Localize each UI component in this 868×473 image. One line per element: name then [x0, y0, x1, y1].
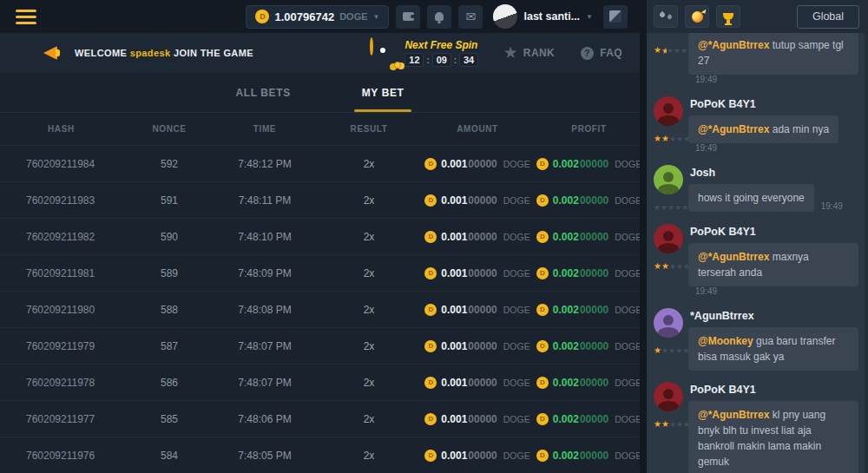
chat-avatar[interactable]	[654, 224, 683, 253]
chat-message: ★★★★★PoPoK B4Y1@*AgunBtrrex maxnya terse…	[654, 224, 861, 297]
bet-row[interactable]: 7602092119845927:48:12 PM2xD0.00100000DO…	[0, 145, 640, 181]
doge-coin-icon: D	[424, 450, 437, 462]
fireball-button[interactable]	[685, 5, 709, 28]
messages-button[interactable]: ✉	[458, 5, 483, 29]
bet-profit: D0.00200000DOGE	[538, 267, 640, 279]
faq-label: FAQ	[600, 47, 622, 59]
menu-icon[interactable]	[16, 10, 36, 24]
chat-username[interactable]: PoPoK B4Y1	[690, 98, 861, 110]
bet-time: 7:48:12 PM	[208, 158, 321, 170]
timer-minutes: 09	[432, 53, 451, 67]
bet-profit: D0.00200000DOGE	[538, 194, 640, 207]
doge-coin-icon: D	[424, 377, 437, 389]
bet-time: 7:48:10 PM	[208, 231, 321, 243]
mention-link[interactable]: @*AgunBtrrex	[698, 39, 769, 51]
free-spin-widget[interactable]: Next Free Spin 12 : 09 : 34	[370, 39, 478, 67]
bet-row[interactable]: 7602092119765847:48:05 PM2xD0.00100000DO…	[0, 437, 640, 473]
mention-link[interactable]: @*AgunBtrrex	[698, 251, 769, 263]
chat-username[interactable]: *AgunBtrrex	[690, 310, 861, 322]
chat-avatar[interactable]	[654, 165, 683, 194]
bet-profit: D0.00200000DOGE	[538, 231, 640, 243]
bet-nonce: 585	[130, 413, 208, 425]
chat-scrollbar[interactable]	[865, 33, 868, 473]
chevron-down-icon: ▼	[373, 13, 380, 21]
bet-amount: D0.00100000DOGE	[417, 304, 538, 316]
column-header-amount: AMOUNT	[417, 124, 538, 134]
panel-divider	[640, 0, 647, 473]
bet-time: 7:48:11 PM	[208, 194, 321, 207]
bet-nonce: 592	[130, 158, 208, 170]
message-time: 19:49	[695, 143, 717, 153]
balance-selector[interactable]: D 1.00796742 DOGE ▼	[246, 5, 389, 29]
column-header-time: TIME	[208, 124, 321, 134]
flag-button[interactable]	[603, 5, 628, 29]
chat-message: ★★★★★PoPoK B4Y1@*AgunBtrrex ada min nya1…	[654, 96, 861, 154]
bet-amount: D0.00100000DOGE	[417, 377, 538, 389]
trophy-button[interactable]	[716, 5, 740, 28]
bet-result: 2x	[321, 377, 417, 389]
bet-result: 2x	[321, 158, 417, 170]
mention-link[interactable]: @*AgunBtrrex	[698, 409, 769, 421]
bet-nonce: 587	[130, 340, 208, 352]
bet-amount: D0.00100000DOGE	[417, 231, 538, 243]
mention-link[interactable]: @Moonkey	[698, 335, 753, 347]
bet-profit: D0.00200000DOGE	[538, 450, 640, 462]
message-time: 19:49	[695, 286, 717, 296]
user-level-stars: ★★★★★	[654, 199, 688, 213]
bet-time: 7:48:07 PM	[208, 340, 321, 352]
message-bubble: hows it going everyone	[688, 184, 814, 212]
chat-avatar[interactable]	[654, 382, 683, 411]
doge-coin-icon: D	[536, 340, 549, 352]
bet-profit: D0.00200000DOGE	[538, 340, 640, 352]
user-menu[interactable]: last santi... ▼	[490, 4, 596, 29]
column-header-result: RESULT	[321, 124, 417, 134]
bet-amount: D0.00100000DOGE	[417, 450, 538, 462]
notifications-button[interactable]	[427, 5, 451, 29]
doge-coin-icon: D	[536, 304, 549, 316]
table-header-row: HASHNONCETIMERESULTAMOUNTPROFIT	[0, 113, 640, 145]
doge-coin-icon: D	[424, 304, 437, 316]
chat-username[interactable]: Josh	[690, 167, 861, 179]
tab-all-bets[interactable]: ALL BETS	[231, 73, 296, 112]
mention-link[interactable]: @*AgunBtrrex	[698, 123, 769, 135]
bet-row[interactable]: 7602092119825907:48:10 PM2xD0.00100000DO…	[0, 218, 640, 254]
bet-result: 2x	[321, 340, 417, 352]
rank-button[interactable]: ★ RANK	[504, 46, 555, 60]
chat-avatar[interactable]	[654, 96, 683, 126]
chat-username[interactable]: PoPoK B4Y1	[690, 226, 861, 238]
wallet-button[interactable]	[396, 5, 420, 29]
bet-row[interactable]: 7602092119835917:48:11 PM2xD0.00100000DO…	[0, 181, 640, 218]
faq-button[interactable]: ? FAQ	[581, 47, 622, 60]
message-bubble: @*AgunBtrrex kl pny uang bnyk blh tu inv…	[688, 401, 858, 473]
doge-coin-icon: D	[536, 267, 549, 279]
welcome-text: WELCOME spadesk JOIN THE GAME	[75, 48, 253, 58]
welcome-username: spadesk	[130, 48, 171, 58]
chat-channel-button[interactable]: Global	[797, 5, 859, 29]
bet-profit: D0.00200000DOGE	[538, 304, 640, 316]
bet-row[interactable]: 7602092119775857:48:06 PM2xD0.00100000DO…	[0, 400, 640, 437]
bet-row[interactable]: 7602092119805887:48:08 PM2xD0.00100000DO…	[0, 291, 640, 327]
tab-my-bet[interactable]: MY BET	[357, 73, 410, 112]
bet-row[interactable]: 7602092119795877:48:07 PM2xD0.00100000DO…	[0, 327, 640, 364]
message-bubble: @*AgunBtrrex ada min nya	[688, 115, 838, 143]
user-name: last santi...	[523, 10, 580, 23]
bet-nonce: 586	[130, 377, 208, 389]
doge-coin-icon: D	[536, 377, 549, 389]
doge-coin-icon: D	[424, 267, 437, 279]
bet-amount: D0.00100000DOGE	[417, 267, 538, 279]
chat-message: ★★★★★*AgunBtrrex@Moonkey gua baru transf…	[654, 308, 861, 371]
chat-avatar[interactable]	[654, 308, 683, 338]
message-time: 19:49	[821, 201, 843, 211]
message-time: 19:49	[695, 75, 717, 84]
doge-coin-icon: D	[536, 450, 549, 462]
chevron-down-icon: ▼	[586, 13, 593, 21]
chat-username[interactable]: PoPoK B4Y1	[690, 384, 861, 396]
bets-table-body: 7602092119845927:48:12 PM2xD0.00100000DO…	[0, 145, 640, 473]
bet-hash: 760209211981	[0, 267, 130, 279]
bet-hash: 760209211980	[0, 304, 130, 316]
bet-time: 7:48:05 PM	[208, 450, 321, 462]
bet-time: 7:48:07 PM	[208, 377, 321, 389]
bet-row[interactable]: 7602092119815897:48:09 PM2xD0.00100000DO…	[0, 254, 640, 291]
bet-row[interactable]: 7602092119785867:48:07 PM2xD0.00100000DO…	[0, 364, 640, 400]
rain-button[interactable]	[654, 5, 678, 28]
